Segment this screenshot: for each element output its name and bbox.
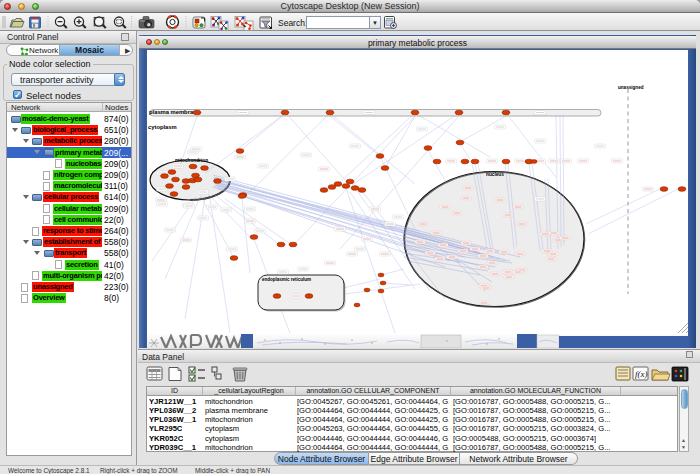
svg-text:cytoplasm: cytoplasm: [148, 124, 177, 130]
svg-text:mitochondrion: mitochondrion: [175, 158, 208, 163]
svg-text:endoplasmic reticulum: endoplasmic reticulum: [262, 277, 311, 282]
svg-text:f(x): f(x): [635, 369, 648, 379]
svg-text:nucleus: nucleus: [486, 172, 504, 177]
svg-text:unassigned: unassigned: [618, 85, 644, 90]
